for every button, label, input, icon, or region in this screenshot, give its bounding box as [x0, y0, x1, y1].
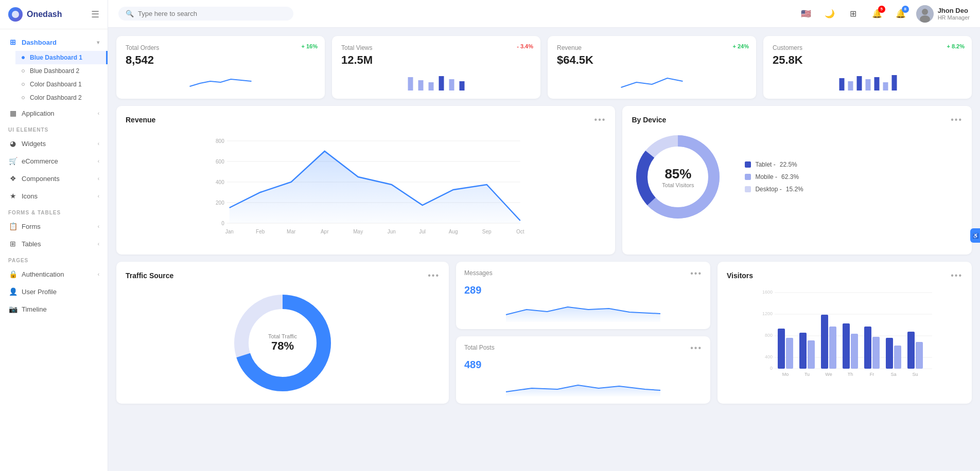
- device-chart-title: By Device: [632, 116, 666, 124]
- sidebar-item-application[interactable]: ▦ Application ‹: [0, 104, 108, 122]
- sidebar-item-color-dashboard-1[interactable]: Color Dashboard 1: [15, 78, 108, 91]
- tables-icon: ⊞: [8, 240, 18, 248]
- svg-rect-57: [799, 333, 807, 369]
- stat-label-0: Total Orders: [126, 44, 316, 51]
- svg-text:Aug: Aug: [449, 229, 458, 234]
- chevron-down-icon: ▾: [97, 40, 99, 45]
- sidebar-logo: Onedash ☰: [0, 0, 108, 29]
- svg-rect-64: [851, 334, 858, 369]
- messages-header: Messages •••: [464, 269, 702, 278]
- svg-rect-12: [866, 79, 871, 90]
- traffic-menu-button[interactable]: •••: [428, 271, 440, 280]
- device-sub-label: Total Visitors: [662, 182, 694, 188]
- stat-value-1: 12.5M: [341, 53, 531, 67]
- revenue-chart-title: Revenue: [126, 116, 155, 124]
- svg-rect-15: [892, 75, 897, 90]
- sidebar-item-user-profile[interactable]: 👤 User Profile: [0, 283, 108, 300]
- notification-bell-icon[interactable]: 🔔 5: [869, 6, 885, 22]
- accessibility-tab[interactable]: ♿: [970, 228, 980, 243]
- stat-card-customers: Customers + 8.2% 25.8K: [763, 36, 972, 99]
- svg-rect-73: [916, 342, 923, 369]
- sidebar-item-ecommerce[interactable]: 🛒 eCommerce ‹: [0, 152, 108, 170]
- sidebar-item-icons[interactable]: ★ Icons ‹: [0, 187, 108, 205]
- posts-label: Total Posts: [464, 344, 495, 351]
- sidebar-item-forms[interactable]: 📋 Forms ‹: [0, 218, 108, 235]
- svg-text:Fr: Fr: [870, 372, 874, 377]
- chevron-left-icon-7: ‹: [98, 241, 99, 247]
- traffic-chart-title: Traffic Source: [126, 271, 173, 280]
- sidebar-item-timeline[interactable]: 📷 Timeline: [0, 300, 108, 318]
- moon-icon[interactable]: 🌙: [821, 6, 838, 22]
- flag-icon[interactable]: 🇺🇸: [798, 6, 814, 22]
- visitors-chart-header: Visitors •••: [727, 271, 962, 280]
- device-menu-button[interactable]: •••: [951, 115, 962, 124]
- search-icon: 🔍: [126, 10, 134, 17]
- sidebar-item-components[interactable]: ❖ Components ‹: [0, 170, 108, 187]
- legend-item-desktop: Desktop - 15.2%: [745, 186, 803, 193]
- chevron-left-icon-3: ‹: [98, 158, 99, 164]
- search-bar[interactable]: 🔍: [118, 7, 293, 21]
- hamburger-icon[interactable]: ☰: [91, 9, 99, 20]
- stat-label-1: Total Views: [341, 44, 531, 51]
- traffic-donut: Total Traffic 78%: [231, 292, 334, 394]
- sidebar-item-widgets[interactable]: ◕ Widgets ‹: [0, 135, 108, 152]
- svg-rect-7: [449, 79, 454, 90]
- stat-change-2: + 24%: [733, 43, 749, 49]
- legend-label-desktop: Desktop -: [755, 186, 781, 193]
- user-text: Jhon Deo HR Manager: [938, 7, 970, 21]
- sidebar-label-authentication: Authentication: [22, 270, 98, 278]
- alert-icon[interactable]: 🔔 8: [892, 6, 909, 22]
- revenue-chart-card: Revenue ••• 800 600 400 200 0: [116, 106, 615, 255]
- stat-change-0: + 16%: [302, 43, 318, 49]
- revenue-menu-button[interactable]: •••: [594, 115, 606, 124]
- sidebar-item-blue-dashboard-2[interactable]: Blue Dashboard 2: [15, 64, 108, 78]
- sidebar-item-authentication[interactable]: 🔒 Authentication ‹: [0, 265, 108, 283]
- svg-rect-3: [408, 77, 413, 90]
- sidebar-item-color-dashboard-2[interactable]: Color Dashboard 2: [15, 91, 108, 104]
- visitors-chart-title: Visitors: [727, 271, 753, 280]
- device-legend: Tablet - 22.5% Mobile - 62.3% Desktop - …: [745, 161, 803, 193]
- svg-text:Jan: Jan: [225, 229, 234, 234]
- visitors-bar-chart: 1600 1200 800 400 0 Mo: [727, 286, 962, 379]
- traffic-center-text: Total Traffic 78%: [268, 333, 297, 353]
- grid-icon[interactable]: ⊞: [845, 6, 862, 22]
- svg-text:Oct: Oct: [516, 229, 524, 234]
- sidebar-label-ecommerce: eCommerce: [22, 157, 98, 165]
- svg-text:Jul: Jul: [419, 229, 426, 234]
- logo-icon: [8, 7, 23, 22]
- svg-text:1600: 1600: [762, 289, 773, 295]
- chevron-left-icon-4: ‹: [98, 176, 99, 182]
- stat-value-3: 25.8K: [773, 53, 962, 67]
- svg-text:Apr: Apr: [321, 229, 329, 234]
- search-input[interactable]: [138, 10, 286, 17]
- svg-text:200: 200: [216, 200, 224, 206]
- alert-badge: 8: [902, 6, 909, 13]
- ui-elements-section: UI ELEMENTS: [0, 122, 108, 135]
- svg-text:600: 600: [216, 159, 224, 165]
- legend-value-mobile: 62.3%: [781, 173, 799, 180]
- legend-value-desktop: 15.2%: [786, 186, 803, 193]
- svg-rect-60: [821, 315, 828, 369]
- content: Total Orders + 16% 8,542 Total Views - 3…: [108, 28, 980, 471]
- svg-text:Mo: Mo: [782, 372, 789, 377]
- svg-text:400: 400: [765, 354, 773, 359]
- user-info[interactable]: Jhon Deo HR Manager: [916, 5, 970, 23]
- sidebar-item-blue-dashboard-1[interactable]: Blue Dashboard 1: [15, 51, 108, 64]
- visitors-menu-button[interactable]: •••: [951, 271, 962, 280]
- svg-text:Feb: Feb: [256, 229, 265, 234]
- icons-icon: ★: [8, 192, 18, 200]
- svg-text:1200: 1200: [762, 311, 773, 316]
- device-chart-header: By Device •••: [632, 115, 962, 124]
- sparkline-orders: [126, 72, 316, 90]
- topbar: 🔍 🇺🇸 🌙 ⊞ 🔔 5 🔔 8: [108, 0, 980, 28]
- posts-menu-button[interactable]: •••: [690, 343, 702, 353]
- sidebar-item-dashboard[interactable]: ⊞ Dashboard ▾: [0, 33, 108, 51]
- svg-text:We: We: [825, 372, 832, 377]
- svg-text:Su: Su: [912, 372, 918, 377]
- chevron-left-icon-6: ‹: [98, 224, 99, 229]
- user-profile-icon: 👤: [8, 287, 18, 296]
- stat-card-revenue: Revenue + 24% $64.5K: [548, 36, 756, 99]
- sidebar-item-tables[interactable]: ⊞ Tables ‹: [0, 235, 108, 252]
- messages-menu-button[interactable]: •••: [690, 269, 702, 278]
- revenue-chart-header: Revenue •••: [126, 115, 606, 124]
